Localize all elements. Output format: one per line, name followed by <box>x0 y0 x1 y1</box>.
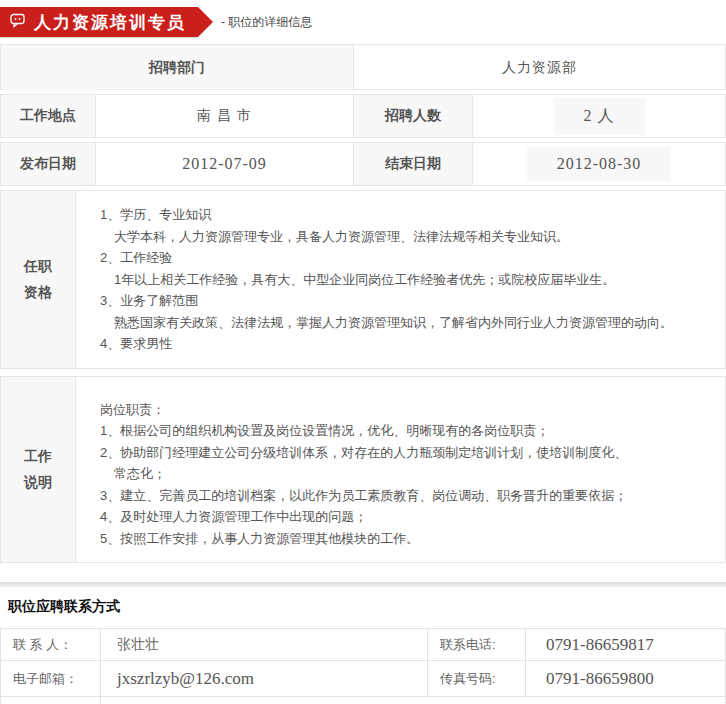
job-description-section: 工作 说明 岗位职责： 1、根据公司的组织机构设置及岗位设置情况，优化、明晰现有… <box>0 376 726 564</box>
department-value-text: 人力资源部 <box>502 59 577 77</box>
qualification-line: 4、要求男性 <box>100 333 719 355</box>
speech-bubble-icon <box>10 13 26 32</box>
email-label: 电子邮箱： <box>1 670 78 688</box>
qualification-line: 大学本科，人力资源管理专业，具备人力资源管理、法律法规等相关专业知识。 <box>100 226 719 248</box>
qualification-line: 1年以上相关工作经验，具有大、中型企业同岗位工作经验者优先；或院校应届毕业生。 <box>100 269 719 291</box>
location-value: 南 昌 市 <box>96 95 354 137</box>
email-value: jxszrlzyb@126.com <box>117 669 254 689</box>
end-date-text: 2012-08-30 <box>527 147 672 181</box>
job-detail-page: 人力资源培训专员 - 职位的详细信息 招聘部门 人力资源部 工作地点 南 昌 市… <box>0 0 726 704</box>
contact-person-value: 张壮壮 <box>117 636 159 654</box>
contact-section-title: 职位应聘联系方式 <box>0 587 726 628</box>
contact-person-row: 联 系 人： 张壮壮 联系电话: 0791-86659817 <box>1 629 725 661</box>
address-row: 通信地址： 江西南昌洪城路778号星河国际大厦A座2204，邮编330025 <box>1 697 725 704</box>
ribbon-arrow-shape <box>198 7 213 37</box>
job-description-line: 岗位职责： <box>100 399 719 421</box>
job-description-line: 常态化； <box>100 463 719 485</box>
contact-table: 联 系 人： 张壮壮 联系电话: 0791-86659817 电子邮箱： jxs… <box>0 628 726 704</box>
department-value: 人力资源部 <box>354 45 725 91</box>
phone-label: 联系电话: <box>428 629 526 660</box>
qualification-line: 1、学历、专业知识 <box>100 204 719 226</box>
end-date-value: 2012-08-30 <box>473 143 725 185</box>
publish-date-label: 发布日期 <box>1 143 96 185</box>
qualification-line: 熟悉国家有关政策、法律法规，掌握人力资源管理知识，了解省内外同行业人力资源管理的… <box>100 312 719 334</box>
publish-date-text: 2012-07-09 <box>182 155 267 173</box>
job-description-line: 2、协助部门经理建立公司分级培训体系，对存在的人力瓶颈制定培训计划，使培训制度化… <box>100 442 719 464</box>
page-subtitle: - 职位的详细信息 <box>221 14 312 31</box>
qualifications-section: 任职 资格 1、学历、专业知识 大学本科，人力资源管理专业，具备人力资源管理、法… <box>0 190 726 369</box>
headcount-label: 招聘人数 <box>354 95 473 137</box>
location-label: 工作地点 <box>1 95 96 137</box>
job-title-ribbon: 人力资源培训专员 <box>0 7 198 37</box>
qualification-line: 2、工作经验 <box>100 247 719 269</box>
end-date-label: 结束日期 <box>354 143 473 185</box>
contact-person-label: 联 系 人： <box>1 636 72 654</box>
department-row: 招聘部门 人力资源部 <box>0 44 726 90</box>
headcount-value-text: 2 人 <box>554 98 645 135</box>
dates-row: 发布日期 2012-07-09 结束日期 2012-08-30 <box>0 142 726 186</box>
headcount-value: 2 人 <box>473 95 725 137</box>
publish-date-value: 2012-07-09 <box>96 143 354 185</box>
job-description-label: 工作 说明 <box>1 377 76 563</box>
fax-value: 0791-86659800 <box>546 669 654 688</box>
qualifications-content: 1、学历、专业知识 大学本科，人力资源管理专业，具备人力资源管理、法律法规等相关… <box>76 191 725 368</box>
page-title: 人力资源培训专员 <box>34 11 186 34</box>
fax-label: 传真号码: <box>428 661 526 696</box>
job-description-content: 岗位职责： 1、根据公司的组织机构设置及岗位设置情况，优化、明晰现有的各岗位职责… <box>76 377 725 563</box>
location-headcount-row: 工作地点 南 昌 市 招聘人数 2 人 <box>0 94 726 138</box>
job-description-line: 3、建立、完善员工的培训档案，以此作为员工素质教育、岗位调动、职务晋升的重要依据… <box>100 485 719 507</box>
job-description-line: 4、及时处理人力资源管理工作中出现的问题； <box>100 506 719 528</box>
job-description-line: 1、根据公司的组织机构设置及岗位设置情况，优化、明晰现有的各岗位职责； <box>100 420 719 442</box>
phone-value: 0791-86659817 <box>546 635 654 654</box>
location-value-text: 南 昌 市 <box>197 107 252 125</box>
email-fax-row: 电子邮箱： jxszrlzyb@126.com 传真号码: 0791-86659… <box>1 661 725 697</box>
qualification-line: 3、业务了解范围 <box>100 290 719 312</box>
job-description-line: 5、按照工作安排，从事人力资源管理其他模块的工作。 <box>100 528 719 550</box>
qualifications-label: 任职 资格 <box>1 191 76 368</box>
department-label: 招聘部门 <box>1 45 354 91</box>
page-title-banner: 人力资源培训专员 - 职位的详细信息 <box>0 7 726 37</box>
